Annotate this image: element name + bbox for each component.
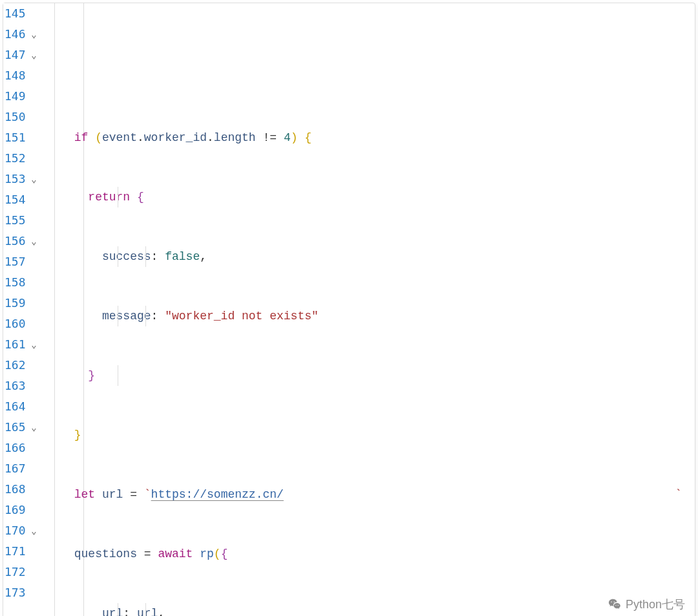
gutter-line[interactable]: 156⌄: [5, 231, 39, 251]
fold-toggle-icon[interactable]: ⌄: [30, 417, 39, 438]
brace: {: [304, 131, 312, 144]
gutter-line[interactable]: 171: [5, 541, 39, 562]
line-number: 149: [5, 86, 27, 107]
string-worker-id-not-exists: "worker_id not exists": [165, 310, 319, 323]
line-number: 155: [5, 210, 27, 231]
code-line[interactable]: if (event.worker_id.length != 4) {: [47, 127, 695, 148]
fold-toggle-icon[interactable]: ⌄: [30, 169, 39, 189]
indent-guide: [145, 306, 146, 326]
gutter-line[interactable]: 153⌄: [5, 169, 39, 189]
ident-url: url: [137, 607, 158, 616]
code-line[interactable]: }: [47, 365, 695, 386]
line-number: 163: [5, 376, 27, 396]
code-line[interactable]: }: [47, 425, 695, 445]
gutter-line[interactable]: 158: [5, 272, 39, 293]
code-line[interactable]: url: url,: [47, 603, 695, 616]
fold-toggle-icon[interactable]: ⌄: [30, 45, 39, 65]
fold-toggle-icon[interactable]: ⌄: [30, 24, 39, 45]
line-number: 147: [5, 45, 27, 65]
gutter-line[interactable]: 147⌄: [5, 45, 39, 65]
brace: {: [137, 191, 144, 204]
code-line[interactable]: message: "worker_id not exists": [47, 306, 695, 326]
brace: }: [74, 429, 81, 441]
gutter-line[interactable]: 149: [5, 86, 39, 107]
op-eq: =: [144, 547, 151, 560]
line-number: 171: [5, 541, 27, 562]
literal-4: 4: [284, 131, 291, 144]
fold-toggle-icon[interactable]: ⌄: [30, 231, 39, 251]
line-number: 167: [5, 458, 27, 479]
line-number: 158: [5, 272, 27, 293]
watermark: Python七号: [608, 597, 685, 612]
brace: {: [221, 547, 228, 560]
gutter-line[interactable]: 169: [5, 500, 39, 520]
code-line[interactable]: let url = `https://somenzz.cn/`: [47, 484, 695, 505]
indent-guide: [118, 306, 118, 326]
gutter-line[interactable]: 154: [5, 189, 39, 210]
gutter-line[interactable]: 151: [5, 127, 39, 148]
gutter-line[interactable]: 164: [5, 396, 39, 417]
gutter-line[interactable]: 167: [5, 458, 39, 479]
bracket: (: [95, 131, 102, 144]
code-area[interactable]: if (event.worker_id.length != 4) { retur…: [41, 3, 695, 616]
keyword-let: let: [74, 488, 95, 501]
gutter-line[interactable]: 155: [5, 210, 39, 231]
gutter: 145146⌄147⌄148149150151152153⌄154155156⌄…: [3, 3, 41, 616]
gutter-line[interactable]: 163: [5, 376, 39, 396]
prop-length: length: [214, 131, 256, 144]
line-number: 159: [5, 293, 27, 313]
line-number: 152: [5, 148, 27, 169]
code-line[interactable]: return {: [47, 187, 695, 207]
indent-guide: [118, 246, 118, 267]
gutter-line[interactable]: 160: [5, 313, 39, 334]
gutter-line[interactable]: 165⌄: [5, 417, 39, 438]
line-number: 172: [5, 562, 27, 582]
code-line[interactable]: [47, 68, 695, 89]
fold-toggle-icon[interactable]: ⌄: [30, 520, 39, 541]
colon: :: [151, 310, 158, 323]
watermark-text: Python七号: [626, 597, 685, 612]
colon: :: [151, 250, 158, 263]
gutter-line[interactable]: 161⌄: [5, 334, 39, 355]
colon: :: [123, 607, 130, 616]
keyword-return: return: [88, 191, 130, 204]
code-editor: 145146⌄147⌄148149150151152153⌄154155156⌄…: [3, 3, 695, 616]
gutter-line[interactable]: 145: [5, 3, 39, 24]
line-number: 148: [5, 65, 27, 86]
code-line[interactable]: success: false,: [47, 246, 695, 267]
fold-toggle-icon[interactable]: ⌄: [30, 334, 39, 355]
line-number: 170: [5, 520, 27, 541]
gutter-line[interactable]: 159: [5, 293, 39, 313]
dot: .: [207, 131, 214, 144]
gutter-line[interactable]: 172: [5, 562, 39, 582]
line-number: 157: [5, 251, 27, 272]
gutter-line[interactable]: 170⌄: [5, 520, 39, 541]
gutter-line[interactable]: 152: [5, 148, 39, 169]
gutter-line[interactable]: 168: [5, 479, 39, 500]
ident-event: event: [102, 131, 137, 144]
keyword-await: await: [158, 547, 193, 560]
line-number: 156: [5, 231, 27, 251]
ident-questions: questions: [74, 547, 137, 560]
gutter-line[interactable]: 162: [5, 355, 39, 376]
gutter-line[interactable]: 157: [5, 251, 39, 272]
paren: (: [214, 547, 221, 560]
gutter-line[interactable]: 150: [5, 107, 39, 127]
line-number: 168: [5, 479, 27, 500]
brace: }: [88, 369, 95, 382]
code-line[interactable]: questions = await rp({: [47, 544, 695, 564]
indent-guide: [118, 603, 118, 616]
gutter-line[interactable]: 173: [5, 582, 39, 603]
comma: ,: [200, 250, 207, 263]
prop-message: message: [102, 310, 151, 323]
line-number: 150: [5, 107, 27, 127]
gutter-line[interactable]: 148: [5, 65, 39, 86]
line-number: 165: [5, 417, 27, 438]
line-number: 145: [5, 3, 27, 24]
line-number: 153: [5, 169, 27, 189]
gutter-line[interactable]: 166: [5, 438, 39, 458]
line-number: 151: [5, 127, 27, 148]
indent-guide: [118, 365, 118, 386]
prop-success: success: [102, 250, 151, 263]
gutter-line[interactable]: 146⌄: [5, 24, 39, 45]
